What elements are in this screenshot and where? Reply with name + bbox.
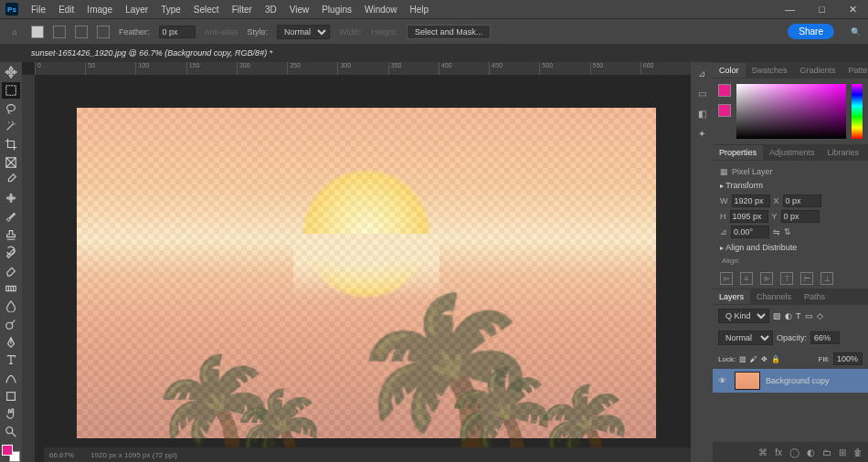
tab-paths[interactable]: Paths bbox=[798, 289, 831, 304]
home-icon[interactable]: ⌂ bbox=[7, 25, 22, 39]
document-tab[interactable]: sunset-1651426_1920.jpg @ 66.7% (Backgro… bbox=[22, 46, 281, 60]
aux-icon[interactable]: ✦ bbox=[694, 126, 709, 141]
align-top[interactable]: ⊤ bbox=[780, 272, 793, 285]
align-bottom[interactable]: ⊥ bbox=[820, 272, 833, 285]
hue-strip[interactable] bbox=[852, 84, 863, 139]
selection-subtract-icon[interactable] bbox=[75, 26, 88, 38]
selection-new-icon[interactable] bbox=[31, 26, 44, 38]
visibility-icon[interactable]: 👁 bbox=[718, 376, 729, 385]
crop-tool[interactable] bbox=[2, 136, 20, 153]
layer-item[interactable]: 👁 Background copy bbox=[713, 369, 868, 393]
align-center-h[interactable]: ≡ bbox=[740, 272, 753, 285]
menu-image[interactable]: Image bbox=[81, 3, 118, 16]
blend-mode[interactable]: Normal bbox=[718, 331, 773, 345]
hand-tool[interactable] bbox=[2, 405, 20, 423]
tab-channels[interactable]: Channels bbox=[750, 289, 798, 304]
lock-all-icon[interactable]: 🔒 bbox=[771, 355, 780, 363]
menu-layer[interactable]: Layer bbox=[120, 3, 153, 16]
angle-input[interactable] bbox=[731, 226, 769, 238]
window-minimize[interactable]: — bbox=[779, 2, 800, 17]
stamp-tool[interactable] bbox=[2, 226, 20, 243]
opacity-input[interactable] bbox=[810, 331, 840, 344]
mask-icon[interactable]: ◯ bbox=[789, 447, 799, 457]
lock-paint-icon[interactable]: 🖌 bbox=[750, 355, 757, 363]
window-maximize[interactable]: □ bbox=[813, 2, 831, 17]
canvas-area[interactable]: 050100150200250300350400450500550600 🌴 🌴… bbox=[22, 62, 691, 462]
y-input[interactable] bbox=[781, 210, 820, 223]
zoom-tool[interactable] bbox=[2, 424, 20, 441]
filter-shape-icon[interactable]: ▭ bbox=[805, 311, 813, 320]
blur-tool[interactable] bbox=[2, 298, 20, 315]
filter-adjust-icon[interactable]: ◐ bbox=[785, 311, 792, 320]
layer-name[interactable]: Background copy bbox=[766, 376, 830, 385]
fg-color[interactable] bbox=[718, 84, 731, 97]
selection-add-icon[interactable] bbox=[53, 26, 66, 38]
aux-icon[interactable]: ◧ bbox=[694, 106, 709, 121]
tab-swatches[interactable]: Swatches bbox=[746, 63, 794, 78]
menu-type[interactable]: Type bbox=[155, 3, 186, 16]
path-tool[interactable] bbox=[2, 370, 20, 387]
history-brush-tool[interactable] bbox=[2, 244, 20, 261]
bg-color[interactable] bbox=[718, 104, 731, 117]
color-swatches[interactable] bbox=[2, 445, 20, 462]
style-select[interactable]: Normal bbox=[277, 25, 330, 39]
align-right[interactable]: ⊫ bbox=[760, 272, 773, 285]
aux-icon[interactable]: ⊿ bbox=[694, 66, 709, 80]
tab-libraries[interactable]: Libraries bbox=[821, 145, 866, 160]
pen-tool[interactable] bbox=[2, 333, 20, 351]
x-input[interactable] bbox=[783, 194, 821, 207]
aux-icon[interactable]: ▭ bbox=[694, 86, 709, 100]
height-input[interactable] bbox=[730, 210, 768, 223]
fx-icon[interactable]: fx bbox=[775, 447, 782, 457]
align-header[interactable]: Align and Distribute bbox=[720, 243, 861, 252]
select-mask-button[interactable]: Select and Mask... bbox=[407, 25, 491, 39]
align-middle[interactable]: ⊢ bbox=[800, 272, 813, 285]
tab-layers[interactable]: Layers bbox=[713, 289, 750, 304]
brush-tool[interactable] bbox=[2, 208, 20, 226]
share-button[interactable]: Share bbox=[788, 24, 834, 39]
filter-type-icon[interactable]: T bbox=[796, 311, 801, 320]
tab-adjustments[interactable]: Adjustments bbox=[763, 145, 821, 160]
shape-tool[interactable] bbox=[2, 387, 20, 404]
window-close[interactable]: ✕ bbox=[843, 2, 863, 17]
menu-plugins[interactable]: Plugins bbox=[316, 3, 357, 16]
menu-file[interactable]: File bbox=[26, 3, 51, 16]
transform-header[interactable]: Transform bbox=[720, 181, 861, 190]
marquee-tool[interactable] bbox=[2, 82, 20, 100]
menu-view[interactable]: View bbox=[284, 3, 315, 16]
menu-edit[interactable]: Edit bbox=[53, 3, 79, 16]
width-input[interactable] bbox=[732, 194, 770, 207]
zoom-level[interactable]: 66.67% bbox=[49, 451, 74, 459]
eraser-tool[interactable] bbox=[2, 262, 20, 279]
menu-filter[interactable]: Filter bbox=[227, 3, 258, 16]
menu-window[interactable]: Window bbox=[359, 3, 403, 16]
layer-filter[interactable]: Q Kind bbox=[718, 309, 769, 323]
tab-patterns[interactable]: Patterns bbox=[842, 63, 868, 78]
move-tool[interactable] bbox=[2, 64, 20, 81]
heal-tool[interactable] bbox=[2, 190, 20, 207]
menu-help[interactable]: Help bbox=[405, 3, 435, 16]
group-icon[interactable]: 🗀 bbox=[822, 447, 831, 457]
lock-pos-icon[interactable]: ✥ bbox=[761, 355, 767, 363]
menu-3d[interactable]: 3D bbox=[259, 3, 282, 16]
flip-h-icon[interactable]: ⇋ bbox=[773, 227, 780, 236]
foreground-swatch[interactable] bbox=[2, 445, 13, 456]
filter-pixel-icon[interactable]: ▨ bbox=[773, 311, 781, 320]
tab-gradients[interactable]: Gradients bbox=[794, 63, 842, 78]
dodge-tool[interactable] bbox=[2, 316, 20, 333]
filter-smart-icon[interactable]: ◇ bbox=[817, 311, 823, 320]
lasso-tool[interactable] bbox=[2, 100, 20, 117]
selection-intersect-icon[interactable] bbox=[97, 26, 110, 38]
flip-v-icon[interactable]: ⇅ bbox=[784, 227, 791, 236]
lock-trans-icon[interactable]: ▨ bbox=[739, 355, 746, 363]
feather-input[interactable] bbox=[159, 26, 196, 38]
type-tool[interactable] bbox=[2, 352, 20, 369]
canvas[interactable]: 🌴 🌴 🌴 🌴 🌴 bbox=[77, 108, 656, 438]
align-left[interactable]: ⊨ bbox=[720, 272, 733, 285]
menu-select[interactable]: Select bbox=[188, 3, 225, 16]
delete-icon[interactable]: 🗑 bbox=[853, 447, 863, 457]
gradient-tool[interactable] bbox=[2, 279, 20, 297]
fill-input[interactable] bbox=[833, 352, 863, 365]
link-icon[interactable]: ⌘ bbox=[758, 447, 767, 457]
tab-color[interactable]: Color bbox=[713, 63, 746, 78]
